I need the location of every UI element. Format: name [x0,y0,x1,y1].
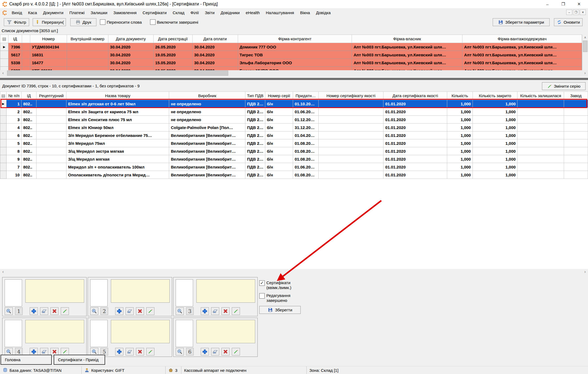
column-header[interactable]: Кількість залишилася [517,92,564,100]
recalculate-button[interactable]: Перерахун( [33,18,66,26]
certificate-thumbnail[interactable] [176,320,193,347]
scan-button[interactable] [126,348,134,355]
mdi-minimize-button[interactable]: – [566,10,572,15]
table-row[interactable]: 56171683130.04.202019.05.202030.04.2020Т… [0,51,582,59]
menu-item-ehealth[interactable]: eHealth [243,10,263,15]
table-row[interactable]: 7802..Меридол з/п + ополаскиватель 100мл… [0,163,588,171]
wrap-words-checkbox[interactable]: Переносити слова [100,19,142,25]
scan-button[interactable] [40,307,48,315]
restore-button[interactable]: ❐ [555,0,571,8]
column-header[interactable]: Фірма-контрагент [238,35,352,43]
menu-item-замовлення[interactable]: Замовлення [110,10,139,15]
column-header[interactable]: № п/п [7,92,22,100]
table-row[interactable]: ▶7396УТДМ030419430.04.202026.05.202030.0… [0,43,582,51]
zoom-button[interactable] [5,348,13,355]
menu-item-склад[interactable]: Склад [170,10,187,15]
refresh-button[interactable]: Оновити [554,18,583,26]
column-header[interactable]: Завод [564,92,588,100]
column-header[interactable]: Кількість [447,92,473,100]
scroll-left-icon[interactable]: ‹ [0,70,6,76]
zoom-button[interactable] [90,307,98,315]
certificate-thumbnail[interactable] [90,320,108,347]
save-button[interactable]: Зберегти [259,306,301,314]
delete-image-button[interactable] [136,348,144,355]
table-row[interactable]: 5333КТБ 0818130.04.202012.05.202030.04.2… [0,67,582,70]
save-params-button[interactable]: Зберегти параметри [493,18,550,26]
table-row[interactable]: 9802..З/щ Меридол мягкаяВеликобритания [… [0,155,588,163]
certificates-toggle-checkbox[interactable]: ✓ Сертифікати (ввімк./вимк.) [259,280,330,290]
column-header[interactable]: Внутрішній номер [67,35,108,43]
edit-image-button[interactable] [232,307,240,315]
mdi-restore-button[interactable]: ❐ [573,10,579,15]
zoom-button[interactable] [5,307,13,315]
wrap-words-checkbox-box[interactable] [100,19,105,25]
document-list-horizontal-scrollbar[interactable]: ‹ › [0,70,588,76]
zoom-button[interactable] [90,348,98,355]
table-row[interactable]: 3802..Elmex з/п Сенситив плюс 75 млне оп… [0,116,588,124]
delete-image-button[interactable] [221,348,230,355]
tab-home[interactable]: Головна [1,355,52,365]
menu-item-налаштування[interactable]: Налаштування [263,10,297,15]
scroll-left-icon[interactable]: ‹ [0,269,6,274]
grid-options-icon[interactable]: ▤ [0,92,7,100]
menu-item-платежі[interactable]: Платежі [66,10,88,15]
scan-button[interactable] [211,348,219,355]
menu-item-філії[interactable]: Філії [187,10,202,15]
zoom-button[interactable] [176,348,184,355]
column-header[interactable]: Дата оплати [192,35,238,43]
table-row[interactable]: 5802..З/п Меридол 75млВеликобритания [Ве… [0,139,588,147]
scrollbar-thumb[interactable] [583,41,587,52]
column-header[interactable]: Номер сертифікату якості [318,92,383,100]
table-row[interactable]: 6802..З/п Меридол Бережное отбеливание 7… [0,131,588,139]
mdi-close-button[interactable]: ✕ [580,10,586,15]
column-header[interactable]: Виробник [169,92,245,100]
delete-image-button[interactable] [50,348,59,355]
tab-certificates-receipt[interactable]: Сертифікати - Прихід [54,355,105,365]
exclude-finished-checkbox-box[interactable] [150,19,156,25]
edit-image-button[interactable] [61,348,69,355]
certificate-note-area[interactable] [25,279,84,303]
menu-item-сертифікати[interactable]: Сертифікати [140,10,170,15]
certificate-note-area[interactable] [111,279,170,303]
column-header[interactable]: Дата документу [108,35,153,43]
scroll-right-icon[interactable]: › [582,269,588,274]
certificates-toggle-box[interactable]: ✓ [259,280,265,286]
menu-item-довідка[interactable]: Довідка [313,10,334,15]
table-row[interactable]: 8802..З/щ Меридол экстра мягкаяВеликобри… [0,147,588,155]
column-header[interactable]: ІД [22,92,36,100]
menu-item-звіти[interactable]: Звіти [202,10,218,15]
add-image-button[interactable] [30,307,38,315]
menu-item-довідники[interactable]: Довідники [218,10,243,15]
certificate-note-area[interactable] [111,320,170,343]
certificate-thumbnail[interactable] [90,279,108,306]
column-header[interactable]: ІД [8,35,22,43]
scan-button[interactable] [40,348,48,355]
grid-options-icon[interactable]: ▤ [0,35,8,43]
certificate-thumbnail[interactable] [5,279,22,306]
menu-item-залишки[interactable]: Залишки [88,10,111,15]
certificate-thumbnail[interactable] [5,320,22,347]
edit-image-button[interactable] [61,307,69,315]
add-image-button[interactable] [30,348,38,355]
close-button[interactable]: ✕ [571,0,587,8]
edit-image-button[interactable] [146,307,154,315]
column-header[interactable]: Кількість закрито [473,92,517,100]
delete-image-button[interactable] [221,307,230,315]
table-row[interactable]: 53381647730.04.202015.05.202030.04.2020Э… [0,59,582,67]
column-header[interactable]: Назва товару [66,92,169,100]
table-row[interactable]: ▶1802..Elmex з/п детская от 0-6 лет 50мл… [0,100,588,108]
menu-item-документи[interactable]: Документи [40,10,66,15]
table-row[interactable]: 4802..Elmex з/п Юниор 50млColgate-Palmol… [0,124,588,131]
column-header[interactable]: Номер серії [265,92,293,100]
scan-button[interactable] [211,307,219,315]
exclude-finished-checkbox[interactable]: Виключити завершені [150,19,198,25]
column-header[interactable]: Номер [30,35,67,43]
column-header[interactable]: Тип ПДВ [245,92,265,100]
scrollbar-thumb[interactable] [7,70,228,76]
add-image-button[interactable] [115,307,123,315]
column-header[interactable]: Дата реєстрації [153,35,192,43]
edit-image-button[interactable] [146,348,154,355]
scroll-up-icon[interactable]: ∧ [582,35,588,40]
change-series-button[interactable]: Змінити серію [542,82,586,90]
scan-button[interactable] [126,307,134,315]
